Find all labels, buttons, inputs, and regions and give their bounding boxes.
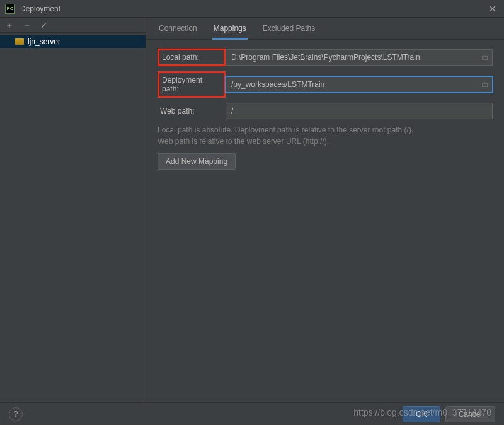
server-name: ljn_server <box>28 37 60 46</box>
folder-icon[interactable]: 🗀 <box>478 53 492 62</box>
help-icon[interactable]: ? <box>9 407 23 421</box>
add-icon[interactable]: ＋ <box>5 21 14 30</box>
mappings-form: Local path: 🗀 Deployment path: 🗀 Web pat… <box>146 40 504 178</box>
title-bar: PC Deployment ✕ <box>0 0 504 18</box>
close-icon[interactable]: ✕ <box>486 4 499 14</box>
help-text: Local path is absolute. Deployment path … <box>158 124 493 147</box>
server-icon <box>15 38 24 45</box>
web-path-input[interactable] <box>226 103 492 119</box>
tab-excluded-paths[interactable]: Excluded Paths <box>261 24 316 39</box>
main-panel: Connection Mappings Excluded Paths Local… <box>146 18 504 402</box>
ok-button[interactable]: OK <box>403 406 440 422</box>
local-path-input[interactable] <box>226 50 478 65</box>
tab-connection[interactable]: Connection <box>158 24 198 39</box>
deployment-path-label: Deployment path: <box>158 71 226 98</box>
window-title: Deployment <box>20 4 60 13</box>
local-path-row: Local path: 🗀 <box>158 49 493 66</box>
deployment-path-field-wrap: 🗀 <box>226 76 493 93</box>
add-new-mapping-button[interactable]: Add New Mapping <box>158 153 236 170</box>
deployment-path-input[interactable] <box>226 77 478 92</box>
tab-bar: Connection Mappings Excluded Paths <box>146 18 504 40</box>
check-icon[interactable]: ✓ <box>40 21 48 30</box>
tab-mappings[interactable]: Mappings <box>212 24 248 40</box>
dialog-footer: ? OK Cancel <box>0 402 504 425</box>
folder-icon[interactable]: 🗀 <box>478 80 492 89</box>
help-line-1: Local path is absolute. Deployment path … <box>158 125 413 134</box>
remove-icon[interactable]: － <box>23 21 32 30</box>
server-item[interactable]: ljn_server <box>0 35 146 48</box>
cancel-button[interactable]: Cancel <box>445 406 495 422</box>
help-line-2: Web path is relative to the web server U… <box>158 137 329 146</box>
web-path-label: Web path: <box>158 104 226 118</box>
local-path-field-wrap: 🗀 <box>226 49 493 66</box>
web-path-field-wrap <box>226 103 493 119</box>
sidebar: ＋ － ✓ ljn_server <box>0 18 146 402</box>
deployment-path-row: Deployment path: 🗀 <box>158 71 493 98</box>
server-list: ljn_server <box>0 33 146 50</box>
web-path-row: Web path: <box>158 103 493 119</box>
app-icon: PC <box>5 4 15 14</box>
sidebar-toolbar: ＋ － ✓ <box>0 18 146 33</box>
local-path-label: Local path: <box>158 49 226 66</box>
